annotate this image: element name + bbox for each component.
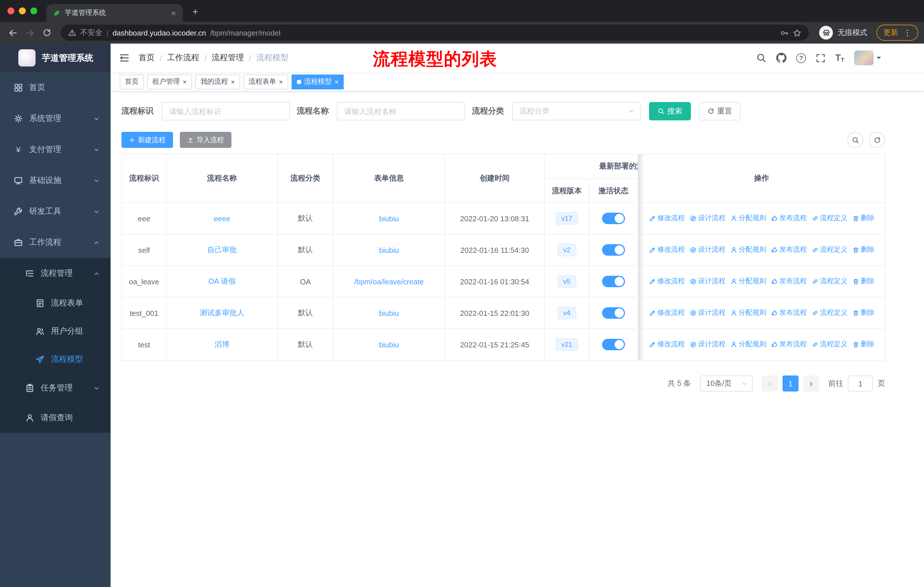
browser-update-button[interactable]: 更新 ⋮ [876,25,918,41]
tag-home[interactable]: 首页 [120,74,144,89]
breadcrumb-workflow[interactable]: 工作流程 [167,53,200,63]
design-process-link[interactable]: 设计流程 [690,245,726,255]
delete-link[interactable]: 删除 [852,245,874,255]
close-icon[interactable]: × [231,78,235,86]
github-icon[interactable] [776,53,787,63]
assign-rule-link[interactable]: 分配规则 [730,276,766,286]
show-search-button[interactable] [847,132,863,148]
sidebar-collapse-button[interactable] [119,53,129,63]
bookmark-star-icon[interactable] [793,28,802,37]
assign-rule-link[interactable]: 分配规则 [730,245,766,255]
close-icon[interactable]: × [279,78,283,86]
assign-rule-link[interactable]: 分配规则 [730,308,766,318]
process-name-input[interactable] [337,102,465,121]
breadcrumb-home[interactable]: 首页 [139,53,155,63]
delete-link[interactable]: 删除 [852,213,874,223]
form-info-link[interactable]: biubiu [379,340,399,349]
user-menu[interactable] [854,50,881,65]
new-tab-button[interactable]: + [190,6,201,18]
font-size-icon[interactable]: TT [835,53,844,63]
tag-tenant[interactable]: 租户管理 × [147,74,192,89]
design-process-link[interactable]: 设计流程 [690,276,726,286]
reload-button[interactable] [40,26,54,40]
activation-toggle[interactable] [602,213,625,224]
traffic-minimize-button[interactable] [19,7,26,14]
help-icon[interactable]: ? [796,53,806,63]
process-name-link[interactable]: OA 请假 [208,277,236,286]
delete-link[interactable]: 删除 [852,340,874,349]
design-process-link[interactable]: 设计流程 [690,340,726,349]
category-select[interactable]: 流程分类 [512,102,641,121]
process-definition-link[interactable]: 流程定义 [812,276,848,286]
process-definition-link[interactable]: 流程定义 [812,308,848,318]
goto-page-input[interactable] [848,375,873,392]
address-bar[interactable]: 不安全 | dashboard.yudao.iocoder.cn /bpm/ma… [61,25,809,41]
process-key-input[interactable] [162,102,290,121]
search-icon[interactable] [756,53,766,63]
publish-process-link[interactable]: 发布流程 [771,308,807,318]
process-definition-link[interactable]: 流程定义 [812,213,848,223]
refresh-table-button[interactable] [869,132,885,148]
process-name-link[interactable]: 测试多审批人 [200,308,244,317]
forward-button[interactable] [23,26,37,40]
sidebar-item-system[interactable]: 系统管理 [0,103,111,134]
sidebar-item-devtools[interactable]: 研发工具 [0,196,111,227]
password-key-icon[interactable] [780,28,789,37]
process-name-link[interactable]: eeee [214,214,230,223]
design-process-link[interactable]: 设计流程 [690,308,726,318]
search-button[interactable]: 搜索 [649,102,691,121]
create-process-button[interactable]: 新建流程 [121,132,173,148]
publish-process-link[interactable]: 发布流程 [771,276,807,286]
form-info-link[interactable]: biubiu [379,309,399,317]
form-info-link[interactable]: /bpm/oa/leave/create [354,277,424,286]
edit-process-link[interactable]: 修改流程 [649,308,685,318]
avatar[interactable] [854,50,874,65]
breadcrumb-process-management[interactable]: 流程管理 [212,53,244,63]
activation-toggle[interactable] [602,307,625,319]
browser-tab[interactable]: 芋道管理系统 × [46,4,183,22]
back-button[interactable] [6,26,20,40]
tag-process-model[interactable]: 流程模型 × [292,74,344,89]
assign-rule-link[interactable]: 分配规则 [730,340,766,349]
publish-process-link[interactable]: 发布流程 [771,213,807,223]
fullscreen-icon[interactable] [816,53,825,63]
delete-link[interactable]: 删除 [852,276,874,286]
sidebar-item-leave-query[interactable]: 请假查询 [0,403,111,433]
edit-process-link[interactable]: 修改流程 [649,340,685,349]
traffic-zoom-button[interactable] [30,7,37,14]
sidebar-item-process-form[interactable]: 流程表单 [0,289,111,317]
edit-process-link[interactable]: 修改流程 [649,213,685,223]
close-icon[interactable]: × [335,78,338,86]
edit-process-link[interactable]: 修改流程 [649,245,685,255]
reset-button[interactable]: 重置 [699,102,741,121]
publish-process-link[interactable]: 发布流程 [771,340,807,349]
activation-toggle[interactable] [602,339,625,350]
sidebar-item-process-model[interactable]: 流程模型 [0,345,111,373]
app-logo[interactable]: 芋道管理系统 [0,43,111,72]
activation-toggle[interactable] [602,244,625,256]
process-definition-link[interactable]: 流程定义 [812,245,848,255]
process-definition-link[interactable]: 流程定义 [812,340,848,349]
edit-process-link[interactable]: 修改流程 [649,276,685,286]
sidebar-item-process-management[interactable]: 流程管理 [0,258,111,289]
traffic-close-button[interactable] [7,7,14,14]
process-name-link[interactable]: 自己审批 [207,245,237,254]
import-process-button[interactable]: 导入流程 [180,132,231,148]
page-size-select[interactable]: 10条/页 [700,375,753,392]
tag-process-form[interactable]: 流程表单 × [243,74,288,89]
close-icon[interactable]: × [183,78,187,86]
sidebar-item-task-management[interactable]: 任务管理 [0,373,111,403]
activation-toggle[interactable] [602,276,625,287]
assign-rule-link[interactable]: 分配规则 [730,213,766,223]
delete-link[interactable]: 删除 [852,308,874,318]
next-page-button[interactable]: › [803,375,819,392]
browser-menu-icon[interactable]: ⋮ [903,28,911,37]
process-name-link[interactable]: 滔博 [214,340,229,349]
form-info-link[interactable]: biubiu [379,214,399,223]
sidebar-item-payment[interactable]: ¥ 支付管理 [0,134,111,165]
prev-page-button[interactable]: ‹ [762,375,778,392]
design-process-link[interactable]: 设计流程 [690,213,726,223]
tag-my-process[interactable]: 我的流程 × [195,74,240,89]
sidebar-item-user-group[interactable]: 用户分组 [0,317,111,345]
page-number-button[interactable]: 1 [782,375,799,392]
